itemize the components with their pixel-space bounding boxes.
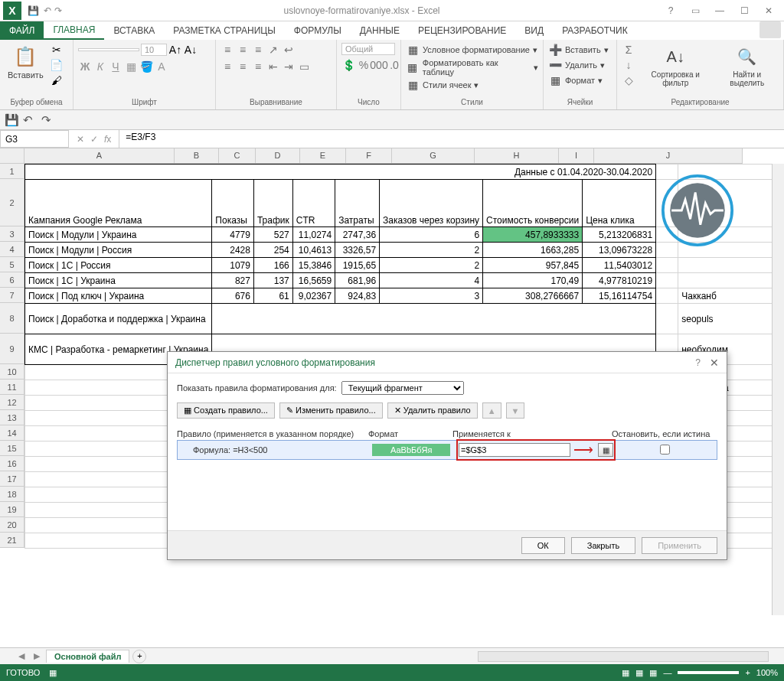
orientation-icon[interactable]: ↗ <box>266 43 280 57</box>
rule-row[interactable]: Формула: =H3<500 АаВbБбЯя ⟶ ▦ <box>177 440 717 460</box>
italic-icon[interactable]: К <box>93 60 107 73</box>
view-normal-icon[interactable]: ▦ <box>622 668 629 678</box>
column-headers[interactable]: ABCDEFGHIJ <box>0 148 784 164</box>
range-select-icon[interactable]: ▦ <box>598 443 613 457</box>
increase-font-icon[interactable]: A↑ <box>168 43 182 57</box>
stop-if-true-checkbox[interactable] <box>660 445 670 455</box>
autosum-icon[interactable]: Σ <box>622 43 635 57</box>
tab-pagelayout[interactable]: РАЗМЕТКА СТРАНИЦЫ <box>164 21 285 40</box>
percent-icon[interactable]: % <box>357 58 371 72</box>
sheet-nav-prev-icon[interactable]: ◀ <box>15 651 28 661</box>
account-icon[interactable] <box>760 21 781 38</box>
close-icon[interactable]: ✕ <box>760 5 778 16</box>
sheet-nav-next-icon[interactable]: ▶ <box>31 651 43 661</box>
applies-to-input[interactable] <box>459 443 570 457</box>
minimize-icon[interactable]: — <box>710 5 729 16</box>
ribbon-opts-icon[interactable]: ▭ <box>686 5 704 16</box>
tab-review[interactable]: РЕЦЕНЗИРОВАНИЕ <box>409 21 515 40</box>
tab-home[interactable]: ГЛАВНАЯ <box>44 21 104 40</box>
qat-save-icon[interactable]: 💾 <box>5 113 18 127</box>
row-headers[interactable]: 123456789101112131415161718192021 <box>0 164 24 548</box>
add-sheet-button[interactable]: + <box>132 650 146 663</box>
enter-formula-icon[interactable]: ✓ <box>90 134 98 145</box>
decrease-font-icon[interactable]: A↓ <box>184 43 198 57</box>
dialog-close-icon[interactable]: ✕ <box>710 357 719 369</box>
format-painter-icon[interactable]: 🖌 <box>50 73 64 87</box>
font-name-box[interactable] <box>78 48 139 51</box>
copy-icon[interactable]: 📄 <box>50 58 64 72</box>
fx-icon[interactable]: fx <box>104 134 111 145</box>
inc-dec-icon[interactable]: .0 <box>387 58 401 72</box>
name-box[interactable] <box>0 130 69 148</box>
align-mid-icon[interactable]: ≡ <box>236 43 250 57</box>
qat-back-icon[interactable]: ↶ <box>23 113 37 127</box>
merge-icon[interactable]: ▭ <box>297 60 311 73</box>
underline-icon[interactable]: Ч <box>109 60 122 73</box>
qat-save-icon[interactable]: 💾 <box>28 5 39 16</box>
zoom-level[interactable]: 100% <box>756 668 778 677</box>
formula-input[interactable]: =E3/F3 <box>119 130 784 148</box>
cond-format-button[interactable]: ▦Условное форматирование▾ <box>406 43 538 57</box>
cancel-formula-icon[interactable]: ✕ <box>77 134 84 145</box>
fill-icon[interactable]: ↓ <box>622 58 635 72</box>
font-color-icon[interactable]: A <box>155 60 168 73</box>
clear-icon[interactable]: ◇ <box>622 73 635 87</box>
qat-undo-icon[interactable]: ↶ <box>44 5 51 16</box>
tab-insert[interactable]: ВСТАВКА <box>104 21 164 40</box>
align-center-icon[interactable]: ≡ <box>236 60 250 73</box>
help-icon[interactable]: ? <box>662 5 680 16</box>
format-cells-button[interactable]: ▦Формат▾ <box>548 73 609 87</box>
sort-filter-button[interactable]: A↓ Сортировка и фильтр <box>639 43 712 89</box>
move-down-button[interactable]: ▼ <box>506 402 525 419</box>
indent-dec-icon[interactable]: ⇤ <box>266 60 280 73</box>
view-break-icon[interactable]: ▦ <box>649 668 657 678</box>
number-format-box[interactable]: Общий <box>341 43 395 55</box>
table-format-button[interactable]: ▦Форматировать как таблицу▾ <box>406 58 538 77</box>
zoom-out-icon[interactable]: — <box>663 668 671 677</box>
align-top-icon[interactable]: ≡ <box>220 43 234 57</box>
ok-button[interactable]: ОК <box>521 537 565 554</box>
delete-rule-button[interactable]: ✕ Удалить правило <box>387 402 478 419</box>
new-rule-button[interactable]: ▦ Создать правило... <box>177 402 275 419</box>
zoom-in-icon[interactable]: + <box>745 668 750 677</box>
tab-formulas[interactable]: ФОРМУЛЫ <box>285 21 351 40</box>
macro-record-icon[interactable]: ▦ <box>49 668 57 678</box>
qat-redo-icon[interactable]: ↷ <box>54 5 62 16</box>
comma-icon[interactable]: 000 <box>372 58 386 72</box>
arrow-annotation: ⟶ <box>573 442 593 458</box>
align-left-icon[interactable]: ≡ <box>220 60 234 73</box>
paste-button[interactable]: 📋 Вставить <box>5 43 47 81</box>
find-select-button[interactable]: 🔍 Найти и выделить <box>715 43 779 89</box>
view-layout-icon[interactable]: ▦ <box>635 668 643 678</box>
qat-fwd-icon[interactable]: ↷ <box>41 113 55 127</box>
zoom-slider[interactable] <box>678 671 739 674</box>
bold-icon[interactable]: Ж <box>78 60 92 73</box>
delete-cells-button[interactable]: ➖Удалить▾ <box>548 58 609 72</box>
insert-cells-button[interactable]: ➕Вставить▾ <box>548 43 609 57</box>
horizontal-scrollbar[interactable] <box>478 651 769 662</box>
align-right-icon[interactable]: ≡ <box>251 60 265 73</box>
sheet-tab[interactable]: Основной файл <box>46 650 129 663</box>
close-button[interactable]: Закрыть <box>571 537 635 554</box>
border-icon[interactable]: ▦ <box>124 60 138 73</box>
tab-view[interactable]: ВИД <box>515 21 553 40</box>
tab-developer[interactable]: РАЗРАБОТЧИК <box>553 21 637 40</box>
align-bot-icon[interactable]: ≡ <box>251 43 265 57</box>
tab-data[interactable]: ДАННЫЕ <box>351 21 409 40</box>
watermark-logo <box>662 174 733 246</box>
edit-rule-button[interactable]: ✎ Изменить правило... <box>279 402 383 419</box>
fill-color-icon[interactable]: 🪣 <box>139 60 153 73</box>
dialog-help-icon[interactable]: ? <box>695 357 701 368</box>
font-size-box[interactable]: 10 <box>141 44 167 56</box>
cell-styles-button[interactable]: ▦Стили ячеек▾ <box>406 78 538 92</box>
scope-select[interactable]: Текущий фрагмент <box>341 381 464 395</box>
cut-icon[interactable]: ✂ <box>50 43 64 57</box>
tab-file[interactable]: ФАЙЛ <box>0 21 44 40</box>
indent-inc-icon[interactable]: ⇥ <box>282 60 296 73</box>
apply-button[interactable]: Применить <box>642 537 717 554</box>
wrap-icon[interactable]: ↩ <box>282 43 296 57</box>
vertical-scrollbar[interactable] <box>772 164 784 615</box>
currency-icon[interactable]: 💲 <box>341 58 355 72</box>
move-up-button[interactable]: ▲ <box>482 402 501 419</box>
maximize-icon[interactable]: ☐ <box>735 5 753 16</box>
